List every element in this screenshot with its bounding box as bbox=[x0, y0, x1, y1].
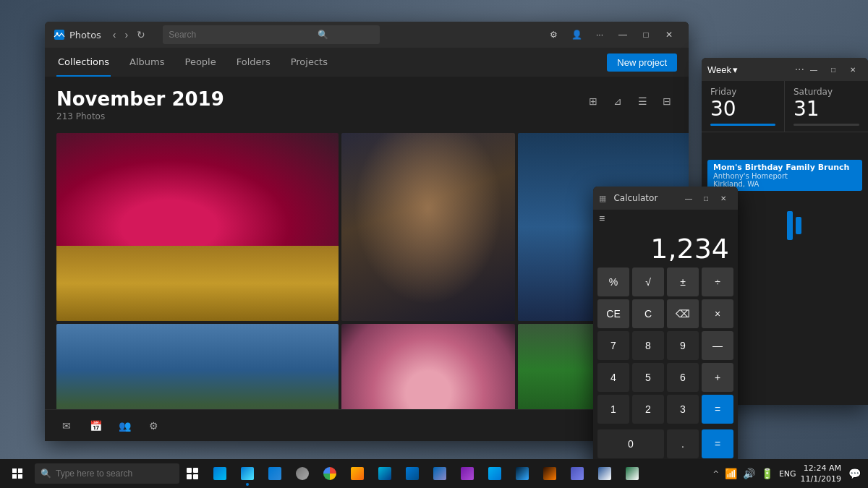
calc-8-button[interactable]: 8 bbox=[632, 331, 664, 360]
volume-icon[interactable]: 🔊 bbox=[741, 466, 757, 481]
notification-icon[interactable]: 💬 bbox=[847, 466, 862, 481]
calculator-row-5: 1 2 3 = bbox=[597, 395, 733, 427]
taskbar-search-input[interactable] bbox=[56, 468, 164, 479]
calc-backspace-button[interactable]: ⌫ bbox=[667, 299, 699, 328]
calc-equals-button-right[interactable]: = bbox=[702, 395, 733, 424]
wifi-icon[interactable]: 📶 bbox=[723, 466, 739, 481]
calc-multiply-button[interactable]: × bbox=[702, 299, 733, 328]
calc-3-button[interactable]: 3 bbox=[667, 395, 699, 424]
photos-search-icon: 🔍 bbox=[318, 30, 328, 40]
taskbar-edge-icon[interactable] bbox=[317, 459, 343, 488]
taskbar-settings-icon[interactable] bbox=[289, 459, 315, 488]
start-button[interactable] bbox=[0, 459, 35, 488]
language-icon[interactable]: ENG bbox=[778, 469, 798, 479]
calculator-close-button[interactable]: ✕ bbox=[715, 191, 732, 205]
photos-gear-icon[interactable]: ⚙ bbox=[143, 416, 163, 436]
calc-6-button[interactable]: 6 bbox=[667, 363, 699, 392]
photo-flowers2[interactable] bbox=[341, 324, 515, 409]
photos-refresh-button[interactable]: ↻ bbox=[134, 27, 148, 42]
calendar-more-button[interactable]: ··· bbox=[795, 63, 804, 76]
photos-settings-icon[interactable]: ⚙ bbox=[542, 26, 564, 43]
photos-window: Photos ‹ › ↻ 🔍 ⚙ 👤 ··· — □ ✕ bbox=[45, 22, 689, 441]
calendar-view-button[interactable]: Week ▾ bbox=[707, 64, 738, 75]
taskbar-excel-icon[interactable] bbox=[619, 459, 645, 488]
photo-flowers[interactable] bbox=[56, 133, 339, 321]
calc-percent-button[interactable]: % bbox=[597, 267, 629, 296]
new-project-button[interactable]: New project bbox=[607, 53, 677, 72]
calc-5-button[interactable]: 5 bbox=[632, 363, 664, 392]
taskbar-word-icon[interactable] bbox=[592, 459, 618, 488]
taskbar-mail-icon[interactable] bbox=[207, 459, 233, 488]
photos-minimize-button[interactable]: — bbox=[612, 26, 634, 43]
calendar-close-button[interactable]: ✕ bbox=[843, 62, 862, 77]
calendar-event-location: Anthony's Homeport bbox=[713, 172, 856, 180]
taskbar-outlook-icon[interactable] bbox=[399, 459, 425, 488]
photos-more-button[interactable]: ··· bbox=[589, 26, 610, 43]
photos-avatar[interactable]: 👤 bbox=[566, 26, 587, 43]
tab-folders[interactable]: Folders bbox=[235, 48, 272, 77]
calc-7-button[interactable]: 7 bbox=[597, 331, 629, 360]
taskbar-search-box[interactable]: 🔍 bbox=[35, 463, 179, 484]
view-filter-button[interactable]: ⊿ bbox=[608, 91, 628, 111]
photos-maximize-button[interactable]: □ bbox=[635, 26, 657, 43]
calc-plusminus-button[interactable]: ± bbox=[667, 267, 699, 296]
calculator-menu-button[interactable]: ≡ bbox=[593, 210, 610, 227]
calc-4-button[interactable]: 4 bbox=[597, 363, 629, 392]
photos-people-icon[interactable]: 👥 bbox=[114, 416, 135, 436]
taskbar-store-icon[interactable] bbox=[427, 459, 453, 488]
illustrator-icon bbox=[543, 467, 556, 480]
photos-close-button[interactable]: ✕ bbox=[658, 26, 680, 43]
photos-search-inner: 🔍 bbox=[163, 25, 380, 44]
tab-collections[interactable]: Collections bbox=[56, 48, 111, 77]
view-list-button[interactable]: ☰ bbox=[632, 91, 652, 111]
calendar-minimize-button[interactable]: — bbox=[804, 62, 823, 77]
calc-subtract-button[interactable]: — bbox=[702, 331, 733, 360]
calculator-minimize-button[interactable]: — bbox=[680, 191, 697, 205]
taskbar-calendar-icon[interactable] bbox=[234, 459, 260, 488]
tab-projects[interactable]: Projects bbox=[289, 48, 329, 77]
calc-c-button[interactable]: C bbox=[632, 299, 664, 328]
taskbar-ai-icon[interactable] bbox=[537, 459, 563, 488]
taskbar-ps-icon[interactable] bbox=[509, 459, 535, 488]
photos-mail-icon[interactable]: ✉ bbox=[56, 416, 77, 436]
calc-decimal-button[interactable]: . bbox=[667, 429, 699, 458]
calc-divide-button[interactable]: ÷ bbox=[702, 267, 733, 296]
task-view-button[interactable] bbox=[179, 461, 205, 487]
taskbar-explorer-icon[interactable] bbox=[344, 459, 370, 488]
svg-rect-3 bbox=[193, 468, 198, 473]
tray-expand-button[interactable]: ^ bbox=[712, 470, 720, 478]
calc-sqrt-button[interactable]: √ bbox=[632, 267, 664, 296]
taskbar-tray: ^ 📶 🔊 🔋 ENG 12:24 AM 11/1/2019 💬 bbox=[712, 463, 869, 485]
view-grid-button[interactable]: ⊞ bbox=[583, 91, 603, 111]
photos-search-input[interactable] bbox=[169, 30, 313, 40]
calc-2-button[interactable]: 2 bbox=[632, 395, 664, 424]
calc-1-button[interactable]: 1 bbox=[597, 395, 629, 424]
photo-coast-bg bbox=[56, 324, 339, 409]
taskbar-onenote-icon[interactable] bbox=[454, 459, 480, 488]
calendar-blue-bar-2 bbox=[796, 217, 801, 234]
photos-cal-icon[interactable]: 📅 bbox=[85, 416, 106, 436]
taskbar-security-icon[interactable] bbox=[372, 459, 398, 488]
taskbar-teams-icon[interactable] bbox=[564, 459, 590, 488]
tab-people[interactable]: People bbox=[184, 48, 218, 77]
battery-icon[interactable]: 🔋 bbox=[760, 466, 775, 481]
calc-add-button[interactable]: + bbox=[702, 363, 733, 392]
taskbar-people-icon[interactable] bbox=[262, 459, 288, 488]
photo-woman[interactable] bbox=[341, 133, 515, 321]
taskbar-skype-icon[interactable] bbox=[482, 459, 508, 488]
calculator-row-3: 7 8 9 — bbox=[597, 331, 733, 360]
calc-equals-bottom[interactable]: = bbox=[702, 429, 733, 458]
taskbar-clock[interactable]: 12:24 AM 11/1/2019 bbox=[801, 463, 844, 485]
photos-back-button[interactable]: ‹ bbox=[110, 27, 119, 42]
calculator-buttons: % √ ± ÷ CE C ⌫ × 7 8 9 — 4 5 6 + bbox=[593, 267, 738, 466]
teams-icon bbox=[571, 467, 584, 480]
photos-forward-button[interactable]: › bbox=[122, 27, 132, 42]
calc-9-button[interactable]: 9 bbox=[667, 331, 699, 360]
tab-albums[interactable]: Albums bbox=[128, 48, 166, 77]
calc-0-button[interactable]: 0 bbox=[597, 429, 664, 458]
calculator-maximize-button[interactable]: □ bbox=[697, 191, 715, 205]
view-map-button[interactable]: ⊟ bbox=[657, 91, 677, 111]
photo-coast[interactable] bbox=[56, 324, 339, 409]
calendar-maximize-button[interactable]: □ bbox=[824, 62, 843, 77]
calc-ce-button[interactable]: CE bbox=[597, 299, 629, 328]
